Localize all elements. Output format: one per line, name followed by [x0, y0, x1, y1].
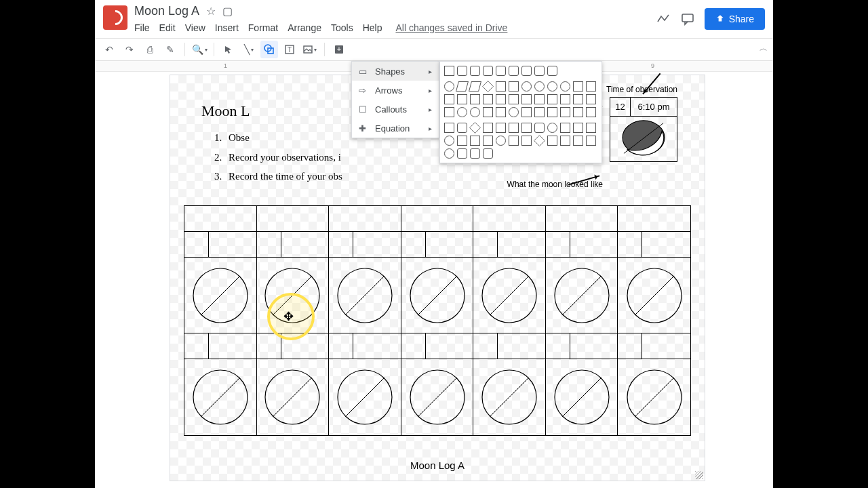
shape-option[interactable]: [483, 66, 493, 76]
shape-option[interactable]: [547, 123, 557, 133]
star-icon[interactable]: ☆: [206, 5, 216, 18]
shape-option[interactable]: [547, 81, 557, 92]
shape-option[interactable]: [534, 135, 545, 146]
shape-option[interactable]: [483, 123, 493, 133]
shape-option[interactable]: [586, 94, 596, 104]
insert-comment-button[interactable]: +: [330, 41, 348, 58]
shape-option[interactable]: [586, 107, 596, 117]
shape-option[interactable]: [483, 107, 493, 117]
shape-option[interactable]: [470, 66, 480, 76]
moon-cell[interactable]: [329, 258, 401, 333]
shape-option[interactable]: [456, 81, 469, 92]
shape-option[interactable]: [560, 81, 570, 92]
shape-option[interactable]: [444, 81, 454, 92]
shape-option[interactable]: [444, 94, 454, 104]
shape-option[interactable]: [470, 148, 480, 159]
moon-cell[interactable]: [257, 359, 330, 435]
redo-button[interactable]: ↷: [121, 41, 138, 58]
moon-cell[interactable]: [401, 359, 474, 435]
select-tool[interactable]: [220, 41, 237, 58]
moon-cell[interactable]: [473, 359, 546, 435]
save-status[interactable]: All changes saved in Drive: [395, 22, 507, 33]
shape-option[interactable]: [496, 81, 506, 92]
print-button[interactable]: ⎙: [141, 41, 159, 58]
shape-option[interactable]: [509, 81, 519, 92]
shape-option[interactable]: [521, 107, 532, 117]
shape-option[interactable]: [509, 107, 519, 117]
moon-cell[interactable]: [329, 359, 401, 435]
shape-option[interactable]: [534, 107, 545, 117]
shape-option[interactable]: [534, 81, 545, 92]
moon-cell[interactable]: [473, 258, 546, 333]
shape-option[interactable]: [496, 66, 506, 76]
shape-option[interactable]: [560, 94, 570, 104]
share-button[interactable]: Share: [705, 8, 765, 30]
shape-option[interactable]: [444, 136, 454, 146]
shape-option[interactable]: [483, 136, 493, 146]
shape-option[interactable]: [534, 66, 545, 76]
menu-arrange[interactable]: Arrange: [288, 22, 321, 33]
shape-option[interactable]: [444, 123, 454, 133]
menu-item-arrows[interactable]: ⇨Arrows▸: [352, 81, 439, 100]
shape-option[interactable]: [470, 136, 480, 146]
shape-option[interactable]: [509, 94, 519, 104]
menu-tools[interactable]: Tools: [331, 22, 353, 33]
shape-option[interactable]: [483, 94, 493, 104]
shape-option[interactable]: [469, 122, 481, 134]
menu-edit[interactable]: Edit: [159, 22, 176, 33]
menu-view[interactable]: View: [185, 22, 205, 33]
moon-cell[interactable]: [546, 359, 618, 435]
shape-option[interactable]: [483, 148, 493, 159]
menu-item-shapes[interactable]: ▭Shapes▸: [352, 62, 439, 81]
shape-option[interactable]: [573, 123, 583, 133]
shape-option[interactable]: [496, 94, 506, 104]
shape-tool[interactable]: [260, 41, 278, 58]
shape-option[interactable]: [534, 94, 545, 104]
shape-option[interactable]: [560, 123, 570, 133]
image-tool[interactable]: [301, 41, 319, 58]
menu-insert[interactable]: Insert: [215, 22, 239, 33]
collapse-toolbar-icon[interactable]: ︿: [760, 43, 768, 54]
shape-option[interactable]: [573, 136, 583, 146]
shape-option[interactable]: [521, 123, 532, 133]
activity-icon[interactable]: [656, 12, 671, 26]
shape-option[interactable]: [444, 148, 454, 159]
moon-cell[interactable]: [184, 258, 257, 333]
shape-option[interactable]: [534, 123, 545, 133]
shape-option[interactable]: [509, 123, 519, 133]
shape-option[interactable]: [573, 81, 583, 92]
shape-option[interactable]: [496, 136, 506, 146]
shape-option[interactable]: [457, 148, 467, 159]
shape-option[interactable]: [496, 123, 506, 133]
moon-cell[interactable]: [184, 359, 257, 435]
zoom-dropdown[interactable]: 🔍: [191, 41, 208, 58]
shape-option[interactable]: [521, 136, 532, 146]
shape-option[interactable]: [586, 123, 596, 133]
shape-option[interactable]: [457, 123, 467, 133]
shape-option[interactable]: [547, 107, 557, 117]
undo-button[interactable]: ↶: [100, 41, 118, 58]
shape-option[interactable]: [470, 107, 480, 117]
shape-option[interactable]: [444, 66, 454, 76]
shape-option[interactable]: [521, 94, 532, 104]
shape-option[interactable]: [586, 81, 596, 92]
moon-cell[interactable]: [618, 359, 690, 435]
shape-option[interactable]: [457, 94, 467, 104]
shape-option[interactable]: [560, 107, 570, 117]
shape-option[interactable]: [482, 81, 494, 92]
paint-format-button[interactable]: ✎: [161, 41, 179, 58]
shape-option[interactable]: [509, 66, 519, 76]
shape-option[interactable]: [573, 107, 583, 117]
shape-option[interactable]: [560, 136, 570, 146]
comments-icon[interactable]: [680, 12, 695, 26]
shape-option[interactable]: [444, 107, 454, 117]
shape-option[interactable]: [573, 94, 583, 104]
shape-option[interactable]: [521, 81, 532, 92]
moon-cell[interactable]: [618, 258, 690, 333]
line-tool[interactable]: ╲: [240, 41, 258, 58]
shape-option[interactable]: [469, 81, 481, 92]
shape-option[interactable]: [457, 107, 467, 117]
resize-handle[interactable]: [695, 471, 703, 479]
shape-option[interactable]: [470, 94, 480, 104]
doc-title[interactable]: Moon Log A: [134, 4, 199, 18]
